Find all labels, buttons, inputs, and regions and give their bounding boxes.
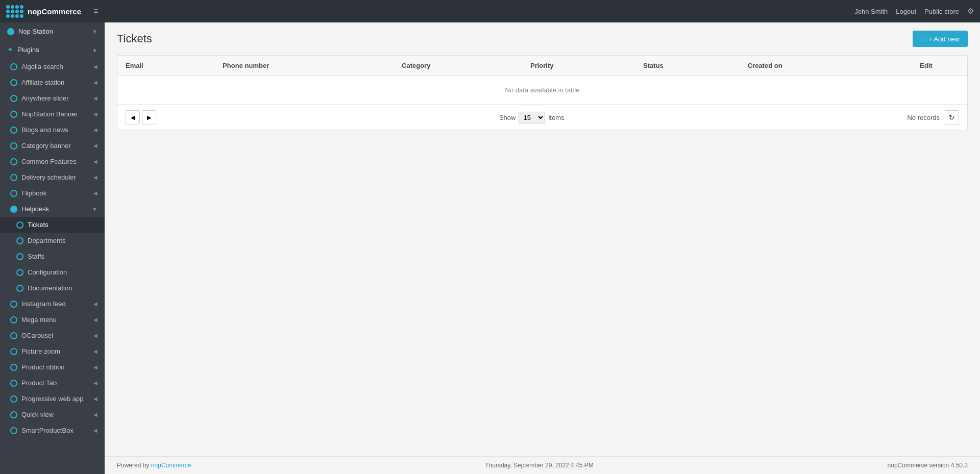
nop-station-header[interactable]: Nop Station ▼ (0, 22, 105, 40)
configuration-icon (16, 269, 23, 276)
sidebar-item-staffs[interactable]: Staffs (0, 248, 105, 264)
hamburger-icon[interactable]: ≡ (93, 7, 98, 16)
common-features-arrow: ◀ (93, 159, 97, 164)
sidebar-item-delivery-scheduler[interactable]: Delivery scheduler ◀ (0, 169, 105, 185)
col-status: Status (635, 56, 740, 76)
delivery-scheduler-icon (10, 174, 17, 181)
flipbook-icon (10, 190, 17, 197)
logout-link[interactable]: Logout (896, 8, 916, 15)
documentation-icon (16, 285, 23, 292)
smart-product-box-arrow: ◀ (93, 428, 97, 433)
nopstation-banner-icon (10, 111, 17, 118)
sidebar-item-pwa[interactable]: Progressive web app ◀ (0, 391, 105, 407)
table-header-row: Email Phone number Category Priority Sta… (117, 56, 967, 76)
sidebar-item-product-ribbon[interactable]: Product ribbon ◀ (0, 359, 105, 375)
sidebar-item-affiliate[interactable]: Affiliate station ◀ (0, 74, 105, 90)
ocarousel-arrow: ◀ (93, 333, 97, 338)
sidebar-item-anywhere-slider[interactable]: Anywhere slider ◀ (0, 90, 105, 106)
product-ribbon-arrow: ◀ (93, 364, 97, 370)
sidebar-item-algolia[interactable]: Algolia search ◀ (0, 59, 105, 74)
col-created-on: Created on (740, 56, 885, 76)
quick-view-icon (10, 411, 17, 418)
plugins-header[interactable]: ✦ Plugins ▲ (0, 40, 105, 59)
next-page-button[interactable]: ▶ (142, 110, 156, 124)
sidebar-item-category-banner[interactable]: Category banner ◀ (0, 138, 105, 154)
pwa-label: Progressive web app (21, 395, 83, 403)
instagram-arrow: ◀ (93, 301, 97, 307)
sidebar-item-departments[interactable]: Departments (0, 233, 105, 248)
items-per-page-select[interactable]: 10 15 25 50 100 (519, 112, 545, 123)
affiliate-arrow: ◀ (93, 80, 97, 85)
nopcommerce-link[interactable]: nopCommerce (151, 462, 191, 469)
sidebar-item-nopstation-banner[interactable]: NopStation Banner ◀ (0, 106, 105, 122)
col-edit: Edit (885, 56, 967, 76)
col-phone: Phone number (214, 56, 394, 76)
add-new-plus-icon: □ (921, 35, 925, 43)
algolia-icon (10, 63, 17, 70)
add-new-button[interactable]: □ + Add new (913, 31, 968, 47)
sidebar-item-ocarousel[interactable]: OCarousel ◀ (0, 328, 105, 343)
mega-menu-icon (10, 316, 17, 323)
anywhere-slider-arrow: ◀ (93, 95, 97, 101)
footer-version: nopCommerce version 4.50.3 (888, 462, 968, 469)
prev-page-button[interactable]: ◀ (126, 110, 140, 124)
tickets-table: Email Phone number Category Priority Sta… (117, 56, 967, 105)
sidebar-item-mega-menu[interactable]: Mega menu ◀ (0, 312, 105, 328)
sidebar-item-quick-view[interactable]: Quick view ◀ (0, 407, 105, 422)
sidebar: Nop Station ▼ ✦ Plugins ▲ Algolia search… (0, 22, 105, 474)
sidebar-item-tickets[interactable]: Tickets (0, 217, 105, 233)
instagram-icon (10, 301, 17, 308)
content-spacer (105, 142, 980, 456)
pwa-arrow: ◀ (93, 396, 97, 402)
blogs-arrow: ◀ (93, 127, 97, 133)
picture-zoom-icon (10, 348, 17, 355)
tickets-icon (16, 221, 23, 229)
no-records-label: No records (907, 114, 940, 121)
tickets-label: Tickets (28, 221, 48, 229)
blogs-label: Blogs and news (21, 126, 68, 134)
top-nav-right: John Smith Logout Public store ⚙ (854, 7, 974, 16)
records-info: No records ↻ (907, 110, 959, 124)
brand-name: nopCommerce (28, 7, 81, 16)
documentation-label: Documentation (28, 284, 72, 292)
smart-product-box-label: SmartProductBox (21, 427, 74, 434)
footer-datetime: Thursday, September 29, 2022 4:45 PM (485, 462, 594, 469)
category-banner-label: Category banner (21, 142, 71, 149)
pagination-bar: ◀ ▶ Show 10 15 25 50 100 items No record… (117, 105, 967, 130)
sidebar-item-instagram[interactable]: Instagram feed ◀ (0, 296, 105, 312)
no-data-row: No data available in table (117, 76, 967, 105)
sidebar-item-helpdesk[interactable]: Helpdesk ▼ (0, 201, 105, 217)
pwa-icon (10, 395, 17, 403)
sidebar-item-flipbook[interactable]: Flipbook ◀ (0, 185, 105, 201)
main-layout: Nop Station ▼ ✦ Plugins ▲ Algolia search… (0, 22, 980, 474)
delivery-scheduler-arrow: ◀ (93, 174, 97, 180)
nopstation-banner-label: NopStation Banner (21, 110, 78, 118)
helpdesk-label: Helpdesk (21, 205, 49, 213)
nop-station-label: Nop Station (18, 28, 53, 35)
product-ribbon-label: Product ribbon (21, 363, 65, 371)
pagination-arrows: ◀ ▶ (126, 110, 156, 124)
top-nav: nopCommerce ≡ John Smith Logout Public s… (0, 0, 980, 22)
sidebar-item-product-tab[interactable]: Product Tab ◀ (0, 375, 105, 391)
sidebar-item-smart-product-box[interactable]: SmartProductBox ◀ (0, 422, 105, 438)
gear-icon[interactable]: ⚙ (967, 7, 974, 16)
product-tab-arrow: ◀ (93, 380, 97, 386)
configuration-label: Configuration (28, 268, 67, 276)
quick-view-label: Quick view (21, 411, 54, 418)
plugins-chevron: ▲ (92, 46, 97, 53)
instagram-label: Instagram feed (21, 300, 66, 308)
sidebar-item-common-features[interactable]: Common Features ◀ (0, 154, 105, 169)
helpdesk-icon (10, 206, 17, 213)
tickets-table-section: Email Phone number Category Priority Sta… (117, 55, 968, 130)
refresh-button[interactable]: ↻ (945, 110, 959, 124)
plugins-icon: ✦ (7, 45, 13, 54)
helpdesk-chevron: ▼ (92, 206, 97, 212)
sidebar-item-blogs[interactable]: Blogs and news ◀ (0, 122, 105, 138)
sidebar-item-documentation[interactable]: Documentation (0, 280, 105, 296)
sidebar-item-picture-zoom[interactable]: Picture zoom ◀ (0, 343, 105, 359)
sidebar-item-configuration[interactable]: Configuration (0, 264, 105, 280)
public-store-link[interactable]: Public store (924, 8, 959, 15)
anywhere-slider-label: Anywhere slider (21, 94, 69, 102)
picture-zoom-arrow: ◀ (93, 348, 97, 354)
delivery-scheduler-label: Delivery scheduler (21, 173, 76, 181)
